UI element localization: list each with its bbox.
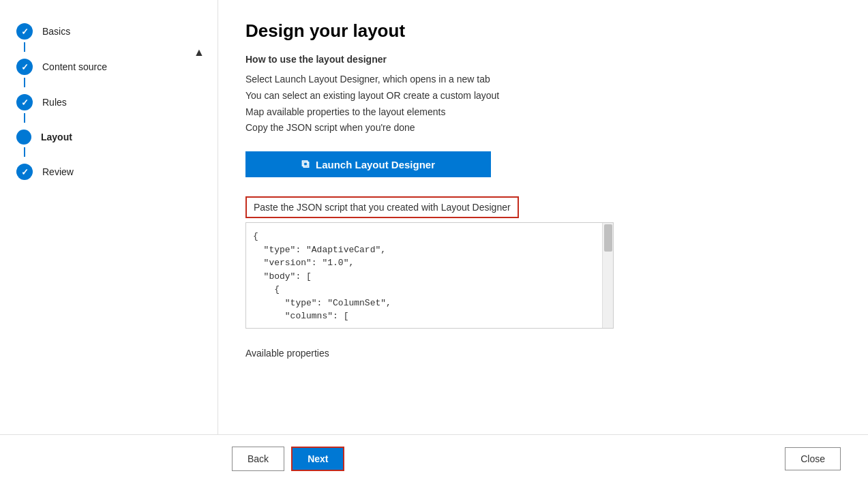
external-link-icon: ⧉ <box>301 158 309 170</box>
close-button[interactable]: Close <box>785 447 841 470</box>
json-section: Paste the JSON script that you created w… <box>245 196 841 329</box>
instruction-line-4: Copy the JSON script when you're done <box>245 120 841 136</box>
basics-step-label: Basics <box>42 26 70 37</box>
sidebar-item-layout[interactable]: Layout <box>0 120 218 154</box>
back-button[interactable]: Back <box>232 447 284 471</box>
json-textarea-wrapper <box>245 222 614 329</box>
review-step-icon: ✓ <box>16 164 33 180</box>
sidebar: ✓ Basics ✓ Content source ✓ Rules Layout <box>0 0 218 434</box>
page-title: Design your layout <box>245 20 841 42</box>
main-content: Design your layout How to use the layout… <box>218 0 868 434</box>
instruction-line-1: Select Launch Layout Designer, which ope… <box>245 72 841 88</box>
section-subtitle: How to use the layout designer <box>245 54 841 65</box>
launch-layout-designer-button[interactable]: ⧉ Launch Layout Designer <box>245 151 491 177</box>
basics-step-icon: ✓ <box>16 23 33 40</box>
json-scrollbar-thumb <box>604 224 612 252</box>
json-scrollbar[interactable] <box>602 223 613 328</box>
instructions: Select Launch Layout Designer, which ope… <box>245 72 841 136</box>
sidebar-item-content-source[interactable]: ✓ Content source <box>0 49 218 85</box>
content-source-step-icon: ✓ <box>16 59 33 75</box>
rules-step-icon: ✓ <box>16 94 33 110</box>
instruction-line-3: Map available properties to the layout e… <box>245 104 841 121</box>
next-button[interactable]: Next <box>291 447 344 471</box>
rules-step-label: Rules <box>42 97 67 108</box>
json-label: Paste the JSON script that you created w… <box>245 196 519 218</box>
layout-step-icon <box>16 130 31 145</box>
content-source-step-label: Content source <box>42 61 107 72</box>
sidebar-item-review[interactable]: ✓ Review <box>0 154 218 190</box>
footer: Back Next Close <box>0 434 868 482</box>
footer-left-buttons: Back Next <box>232 447 344 471</box>
json-input[interactable] <box>246 223 613 325</box>
layout-step-label: Layout <box>41 132 72 142</box>
sidebar-item-basics[interactable]: ✓ Basics <box>0 14 218 49</box>
launch-button-label: Launch Layout Designer <box>316 159 435 170</box>
sidebar-item-rules[interactable]: ✓ Rules <box>0 85 218 120</box>
available-properties-label: Available properties <box>245 348 841 359</box>
review-step-label: Review <box>42 166 74 177</box>
instruction-line-2: You can select an existing layout OR cre… <box>245 88 841 104</box>
